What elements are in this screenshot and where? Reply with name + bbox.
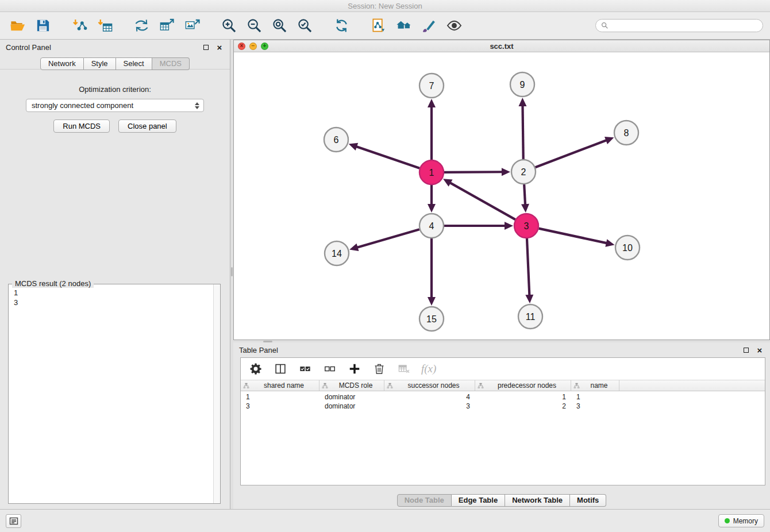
graph-node-8[interactable]: 8 xyxy=(614,121,638,145)
optimization-criterion-select[interactable]: strongly connected component xyxy=(26,99,204,112)
import-network-button[interactable] xyxy=(69,16,90,36)
tab-edge-table[interactable]: Edge Table xyxy=(452,494,505,507)
float-panel-button[interactable] xyxy=(741,345,750,354)
zoom-fit-button[interactable] xyxy=(269,16,290,36)
table-cell: 4 xyxy=(384,393,475,401)
tab-network[interactable]: Network xyxy=(40,57,84,70)
search-input[interactable] xyxy=(611,22,757,30)
node-label: 14 xyxy=(332,249,342,259)
close-panel-button[interactable]: Close panel xyxy=(118,119,176,133)
graph-node-3[interactable]: 3 xyxy=(514,214,538,238)
graph-node-14[interactable]: 14 xyxy=(325,241,349,265)
open-session-button[interactable] xyxy=(7,16,28,36)
edge-1-6[interactable] xyxy=(356,147,419,168)
select-all-button[interactable] xyxy=(298,361,313,376)
edge-2-8[interactable] xyxy=(536,140,607,167)
column-header-predecessor-nodes[interactable]: predecessor nodes xyxy=(475,380,571,391)
tab-network-table[interactable]: Network Table xyxy=(505,494,570,507)
command-panel-button[interactable] xyxy=(6,514,21,528)
graph-node-4[interactable]: 4 xyxy=(419,214,444,238)
mcds-buttons-row: Run MCDS Close panel xyxy=(0,119,230,133)
node-label: 7 xyxy=(429,81,434,91)
search-icon xyxy=(601,22,609,29)
delete-column-button[interactable] xyxy=(372,361,387,376)
export-image-button[interactable] xyxy=(182,16,202,36)
table-row[interactable]: 3dominator323 xyxy=(241,402,765,411)
edge-3-11[interactable] xyxy=(527,238,529,296)
node-label: 4 xyxy=(429,221,434,231)
zoom-out-button[interactable] xyxy=(244,16,264,36)
close-panel-button[interactable]: × xyxy=(215,43,224,52)
graph-node-15[interactable]: 15 xyxy=(419,307,444,331)
window-close-button[interactable]: × xyxy=(238,43,245,50)
mcds-result-lines: 13 xyxy=(9,284,220,311)
network-graph-svg[interactable]: 7968124314101511 xyxy=(234,52,769,340)
export-table-button[interactable] xyxy=(156,16,177,36)
edge-4-14[interactable] xyxy=(357,229,419,248)
column-header-successor-nodes[interactable]: successor nodes xyxy=(384,380,475,391)
table-cell: 2 xyxy=(475,402,571,410)
memory-button[interactable]: Memory xyxy=(718,514,764,527)
save-session-button[interactable] xyxy=(32,16,53,36)
tab-node-table[interactable]: Node Table xyxy=(397,494,452,507)
window-minimize-button[interactable]: − xyxy=(249,43,257,50)
control-panel-title: Control Panel xyxy=(6,43,51,52)
new-network-button[interactable] xyxy=(131,16,152,36)
edge-3-1[interactable] xyxy=(449,183,515,220)
float-panel-button[interactable] xyxy=(201,43,210,52)
save-session-icon xyxy=(35,18,51,33)
graph-node-7[interactable]: 7 xyxy=(419,74,444,98)
column-header-label: predecessor nodes xyxy=(486,381,568,390)
delete-column-icon xyxy=(373,363,386,375)
network-canvas[interactable]: 7968124314101511 xyxy=(234,52,769,340)
import-table-button[interactable] xyxy=(94,16,115,36)
column-header-MCDS-role[interactable]: MCDS role xyxy=(319,380,384,391)
edge-arrow-3-11 xyxy=(525,295,533,303)
vertical-splitter[interactable] xyxy=(231,267,233,276)
deselect-all-button[interactable] xyxy=(322,361,337,376)
function-builder-button[interactable]: f(x) xyxy=(421,361,436,376)
column-header-shared-name[interactable]: shared name xyxy=(241,380,319,391)
home-button[interactable] xyxy=(393,16,414,36)
column-layout-icon xyxy=(274,363,287,375)
settings-icon xyxy=(249,363,262,375)
column-header-name[interactable]: name xyxy=(571,380,619,391)
eye-button[interactable] xyxy=(444,16,464,36)
graph-node-1[interactable]: 1 xyxy=(419,160,444,184)
search-box[interactable] xyxy=(595,19,763,32)
graph-node-2[interactable]: 2 xyxy=(511,160,536,184)
close-panel-button[interactable]: × xyxy=(755,345,764,354)
graph-node-10[interactable]: 10 xyxy=(615,236,640,260)
graph-node-6[interactable]: 6 xyxy=(324,128,348,152)
edge-1-2[interactable] xyxy=(444,172,503,172)
graph-node-11[interactable]: 11 xyxy=(518,304,542,329)
edge-2-9[interactable] xyxy=(522,105,523,159)
edge-2-3[interactable] xyxy=(524,184,525,205)
graph-node-9[interactable]: 9 xyxy=(510,72,534,97)
run-mcds-button[interactable]: Run MCDS xyxy=(53,119,110,133)
node-label: 15 xyxy=(426,314,437,324)
duplicate-network-icon xyxy=(371,18,386,33)
delete-table-button[interactable] xyxy=(396,361,411,376)
delete-table-icon xyxy=(398,363,410,375)
annotations-button[interactable] xyxy=(418,16,439,36)
edge-3-10[interactable] xyxy=(539,229,607,244)
tab-style[interactable]: Style xyxy=(84,57,116,70)
edge-arrow-4-3 xyxy=(505,222,513,230)
column-layout-button[interactable] xyxy=(273,361,288,376)
settings-button[interactable] xyxy=(248,361,263,376)
window-zoom-button[interactable]: + xyxy=(261,43,268,50)
zoom-in-button[interactable] xyxy=(218,16,239,36)
result-scrollbar[interactable] xyxy=(213,284,220,503)
duplicate-network-button[interactable] xyxy=(368,16,388,36)
node-label: 6 xyxy=(334,135,339,145)
zoom-selected-button[interactable] xyxy=(294,16,315,36)
tab-select[interactable]: Select xyxy=(116,57,152,70)
table-row[interactable]: 1dominator411 xyxy=(241,392,765,402)
tab-mcds[interactable]: MCDS xyxy=(152,57,190,70)
toolbar-group xyxy=(368,16,464,36)
edge-arrow-3-10 xyxy=(605,239,614,247)
refresh-button[interactable] xyxy=(331,16,352,36)
add-column-button[interactable] xyxy=(347,361,362,376)
tab-motifs[interactable]: Motifs xyxy=(570,494,606,507)
